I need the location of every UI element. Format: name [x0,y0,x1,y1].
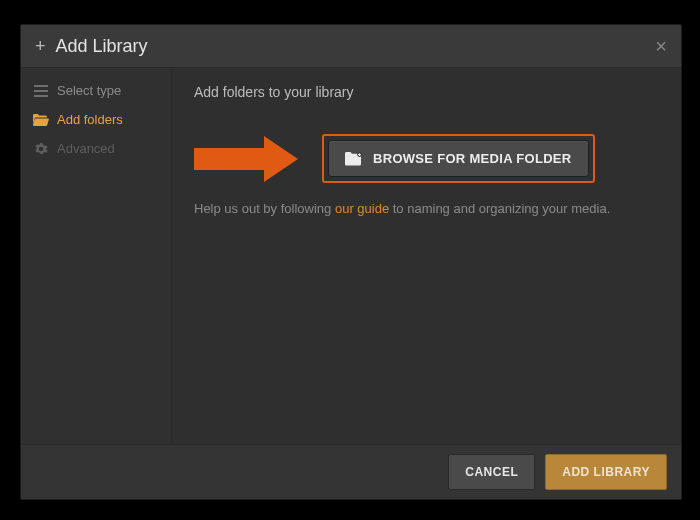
browse-row: BROWSE FOR MEDIA FOLDER [194,134,659,183]
sidebar-item-label: Add folders [57,112,123,127]
modal-footer: CANCEL ADD LIBRARY [21,444,681,499]
sidebar-item-select-type[interactable]: Select type [21,76,171,105]
cancel-button[interactable]: CANCEL [448,454,535,490]
folder-add-icon [345,152,363,166]
main-heading: Add folders to your library [194,84,659,100]
browse-button-label: BROWSE FOR MEDIA FOLDER [373,151,572,166]
modal-title: Add Library [56,36,148,57]
list-icon [33,85,49,97]
gear-icon [33,142,49,156]
sidebar-item-add-folders[interactable]: Add folders [21,105,171,134]
add-library-modal: + Add Library × Select type Add folders [20,24,682,500]
plus-icon: + [35,37,46,55]
sidebar-item-label: Select type [57,83,121,98]
folder-open-icon [33,114,49,126]
callout-arrow [194,136,304,182]
browse-media-folder-button[interactable]: BROWSE FOR MEDIA FOLDER [328,140,589,177]
help-suffix: to naming and organizing your media. [389,201,610,216]
add-library-button[interactable]: ADD LIBRARY [545,454,667,490]
browse-highlight-box: BROWSE FOR MEDIA FOLDER [322,134,595,183]
sidebar: Select type Add folders Advanced [21,68,172,444]
sidebar-item-label: Advanced [57,141,115,156]
help-text: Help us out by following our guide to na… [194,201,659,216]
main-panel: Add folders to your library BROWSE FOR M… [172,68,681,444]
modal-header: + Add Library × [21,25,681,68]
close-icon[interactable]: × [655,35,667,58]
help-prefix: Help us out by following [194,201,335,216]
modal-body: Select type Add folders Advanced Add fol… [21,68,681,444]
sidebar-item-advanced[interactable]: Advanced [21,134,171,163]
help-guide-link[interactable]: our guide [335,201,389,216]
